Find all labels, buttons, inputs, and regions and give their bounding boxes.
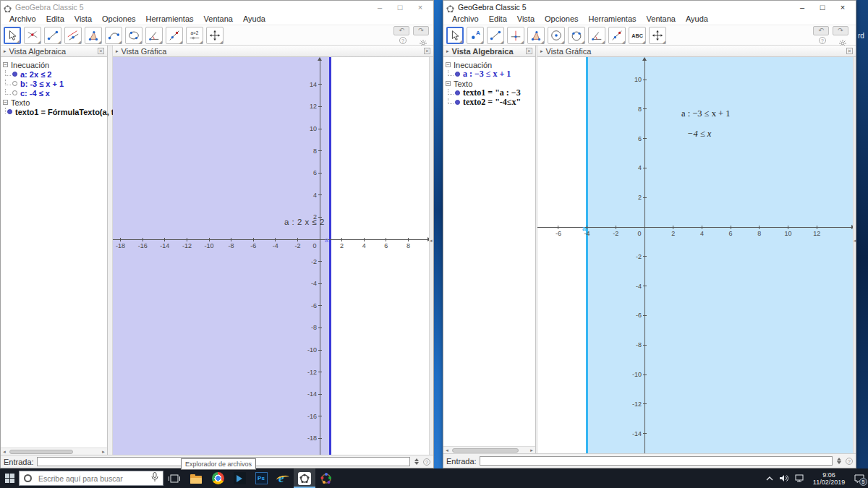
conic-tool-button[interactable]: ◢ bbox=[125, 27, 142, 44]
input-expand-icon[interactable] bbox=[414, 458, 419, 465]
algebra-item[interactable]: a : −3 ≤ x + 1 bbox=[443, 69, 535, 79]
visibility-dot[interactable] bbox=[12, 72, 17, 77]
line-tool-button[interactable]: ◢ bbox=[608, 27, 626, 44]
scroll-right-icon[interactable]: ► bbox=[100, 450, 107, 454]
expand-arrow-icon[interactable]: ▸ bbox=[540, 48, 543, 54]
inequality-boundary-line[interactable] bbox=[329, 57, 331, 455]
title-bar[interactable]: GeoGebra Classic 5 –□× bbox=[1, 1, 433, 13]
menu-item-herramientas[interactable]: Herramientas bbox=[141, 14, 199, 23]
move-graphics-tool-button[interactable]: ◢ bbox=[206, 27, 224, 44]
menu-item-edita[interactable]: Edita bbox=[41, 14, 69, 23]
help-icon[interactable]: ? bbox=[846, 458, 853, 465]
move-cursor-tool-button[interactable]: ◢ bbox=[446, 27, 464, 44]
internet-explorer-icon[interactable]: e bbox=[272, 468, 294, 488]
menu-item-herramientas[interactable]: Herramientas bbox=[584, 14, 642, 23]
expand-arrow-icon[interactable]: ▸ bbox=[4, 48, 7, 54]
circular-arc-tool-button[interactable]: ◢ bbox=[105, 27, 122, 44]
geogebra-active-icon[interactable] bbox=[294, 468, 315, 488]
menu-item-ventana[interactable]: Ventana bbox=[642, 14, 681, 23]
maximize-button[interactable]: □ bbox=[812, 1, 833, 13]
parallel-line-tool-button[interactable]: ◢ bbox=[64, 27, 82, 44]
file-explorer-icon[interactable] bbox=[185, 468, 207, 488]
graph-canvas[interactable]: a : −3 ≤ x + 1 −4 ≤ x a -6-4-20246810121… bbox=[537, 57, 854, 453]
polygon-tool-button[interactable]: ◢ bbox=[85, 27, 102, 44]
entrada-input[interactable] bbox=[480, 456, 833, 466]
collapse-left-icon[interactable]: ◂ bbox=[854, 238, 856, 244]
algebra-item[interactable]: c: -4 ≤ x bbox=[1, 88, 107, 98]
close-icon[interactable]: ✕ bbox=[98, 48, 104, 54]
angle-tool-button[interactable]: ◢ bbox=[145, 27, 163, 44]
menu-item-ventana[interactable]: Ventana bbox=[199, 14, 238, 23]
horizontal-scrollbar[interactable]: ◄ ► bbox=[1, 448, 107, 455]
microphone-icon[interactable] bbox=[151, 472, 158, 485]
undo-button[interactable]: ↶ bbox=[393, 26, 409, 35]
close-icon[interactable]: ✕ bbox=[846, 48, 853, 54]
scrollbar-thumb[interactable] bbox=[9, 450, 73, 454]
menu-item-vista[interactable]: Vista bbox=[69, 14, 97, 23]
angle-tool-button[interactable]: ◢ bbox=[588, 27, 605, 44]
menu-item-vista[interactable]: Vista bbox=[512, 14, 540, 23]
perpendicular-line-tool-button[interactable]: ◢ bbox=[507, 27, 524, 44]
movies-tv-icon[interactable] bbox=[229, 468, 250, 488]
text-abc-tool-button[interactable]: ABC◢ bbox=[629, 27, 646, 44]
undo-button[interactable]: ↶ bbox=[813, 26, 829, 35]
algebra-item[interactable]: texto1 = FórmulaTexto(a, t bbox=[1, 107, 107, 116]
polygon-tool-button[interactable]: ◢ bbox=[527, 27, 545, 44]
visibility-dot[interactable] bbox=[12, 90, 17, 95]
taskbar-clock[interactable]: 9:06 11/02/2019 bbox=[810, 471, 848, 486]
minimize-button[interactable]: – bbox=[370, 1, 390, 13]
move-cursor-tool-button[interactable]: ◢ bbox=[4, 27, 21, 44]
action-center-icon[interactable]: 5 bbox=[851, 468, 868, 488]
search-input[interactable] bbox=[37, 474, 151, 484]
visibility-dot[interactable] bbox=[455, 90, 460, 95]
maximize-button[interactable]: □ bbox=[390, 1, 410, 13]
scroll-left-icon[interactable]: ◄ bbox=[1, 450, 8, 454]
close-icon[interactable]: ✕ bbox=[424, 48, 430, 54]
scrollbar-thumb[interactable] bbox=[452, 448, 519, 453]
point-label-tool-button[interactable]: A◢ bbox=[467, 27, 484, 44]
close-icon[interactable]: ✕ bbox=[526, 48, 532, 54]
circle-center-tool-button[interactable]: ◢ bbox=[548, 27, 565, 44]
title-bar[interactable]: GeoGebra Classic 5 –□× bbox=[443, 1, 856, 13]
tree-group[interactable]: −Texto bbox=[1, 98, 107, 107]
visibility-dot[interactable] bbox=[7, 109, 12, 114]
segment-tool-button[interactable]: ◢ bbox=[44, 27, 61, 44]
volume-icon[interactable] bbox=[778, 468, 791, 488]
text-object-1[interactable]: a : −3 ≤ x + 1 bbox=[681, 108, 730, 119]
tree-collapse-icon[interactable]: − bbox=[446, 81, 451, 86]
menu-item-archivo[interactable]: Archivo bbox=[4, 14, 41, 23]
redo-button[interactable]: ↷ bbox=[413, 26, 429, 35]
minimize-button[interactable]: – bbox=[792, 1, 812, 13]
tree-collapse-icon[interactable]: − bbox=[3, 100, 8, 105]
visibility-dot[interactable] bbox=[12, 81, 17, 86]
tree-group[interactable]: −Inecuación bbox=[1, 60, 107, 69]
chrome-icon[interactable] bbox=[207, 468, 229, 488]
graph-canvas[interactable]: a : 2 x ≤ 2 a -18-16-14-12-10-8-6-4-2024… bbox=[113, 57, 430, 455]
algebra-item[interactable]: a: 2x ≤ 2 bbox=[1, 69, 107, 79]
help-icon[interactable]: ? bbox=[423, 458, 430, 466]
horizontal-scrollbar[interactable]: ◄ ► bbox=[443, 446, 535, 453]
redo-button[interactable]: ↷ bbox=[833, 26, 848, 35]
menu-item-ayuda[interactable]: Ayuda bbox=[681, 14, 713, 23]
tray-chevron-icon[interactable] bbox=[763, 468, 775, 488]
close-button[interactable]: × bbox=[833, 1, 853, 13]
taskbar-search[interactable] bbox=[19, 471, 163, 486]
help-icon[interactable]: ? bbox=[399, 37, 407, 44]
slider-tool-button[interactable]: a=2◢ bbox=[186, 27, 203, 44]
algebra-item[interactable]: texto2 = "-4≤x" bbox=[443, 98, 535, 107]
inequality-boundary-line[interactable] bbox=[586, 57, 588, 453]
start-button[interactable] bbox=[0, 468, 19, 488]
input-expand-icon[interactable] bbox=[837, 458, 841, 464]
visibility-dot[interactable] bbox=[455, 72, 460, 77]
network-icon[interactable] bbox=[793, 468, 806, 488]
text-object-2[interactable]: −4 ≤ x bbox=[687, 129, 711, 140]
intersect-point-tool-button[interactable]: ◢ bbox=[24, 27, 41, 44]
geogebra-color-icon[interactable] bbox=[315, 468, 337, 488]
collapse-strip[interactable]: ◂ bbox=[429, 57, 433, 455]
tree-collapse-icon[interactable]: − bbox=[3, 62, 8, 67]
collapse-strip[interactable]: ◂ bbox=[853, 57, 856, 453]
close-button[interactable]: × bbox=[410, 1, 430, 13]
menu-item-archivo[interactable]: Archivo bbox=[447, 14, 484, 23]
menu-item-ayuda[interactable]: Ayuda bbox=[238, 14, 271, 23]
menu-item-opciones[interactable]: Opciones bbox=[97, 14, 140, 23]
